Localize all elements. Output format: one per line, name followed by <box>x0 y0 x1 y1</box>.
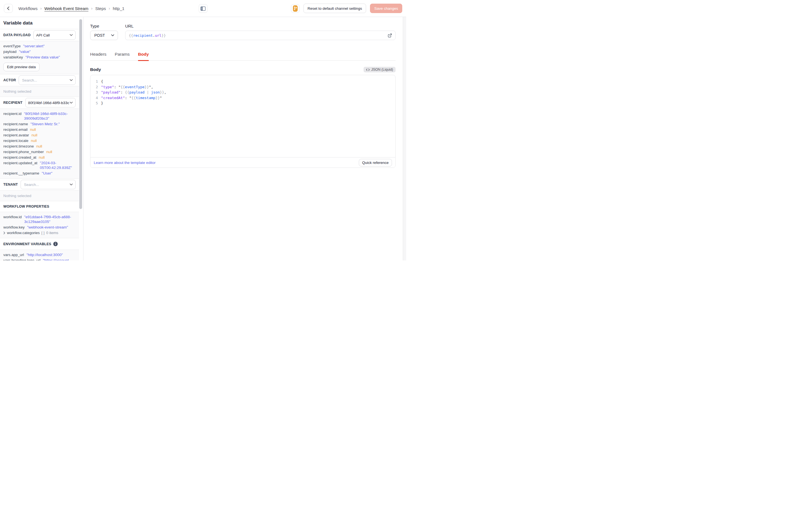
variable-key: variableKey <box>3 55 23 60</box>
code-text: "createdAt": "{{timestamp}}" <box>101 95 162 101</box>
line-number: 1 <box>90 79 101 84</box>
tab-headers[interactable]: Headers <box>90 52 106 61</box>
sidebar-title: Variable data <box>0 17 79 29</box>
variable-row: recipient.timezonenull <box>3 144 76 149</box>
code-text: "payload": {{payload | json}}, <box>101 90 166 95</box>
quick-reference-button[interactable]: Quick reference <box>359 159 392 166</box>
method-selected-value: POST <box>94 33 105 38</box>
variable-row: recipient.id"80f1f4bf-166d-48f9-b33c-390… <box>3 111 76 121</box>
workflow-properties-block: workflow.id"e91ddae4-7f99-45cb-a688-3c12… <box>0 212 79 238</box>
variable-key: workflow.categories <box>7 230 40 235</box>
chevron-down-icon <box>70 34 73 36</box>
variable-row: recipient.__typename"User" <box>3 171 76 176</box>
line-number: 5 <box>90 100 101 106</box>
variable-value: null <box>30 127 36 132</box>
variable-key: recipient.avatar <box>3 133 29 137</box>
variable-row: recipient.updated_at"2024-03-05T00:42:29… <box>3 161 76 170</box>
panel-toggle-button[interactable] <box>199 4 208 13</box>
variable-value: "Steven Metz Sr." <box>31 121 60 126</box>
url-value: {{recipient.url}} <box>129 33 388 38</box>
method-select[interactable]: POST <box>90 30 118 40</box>
code-line[interactable]: 2"type": "{{eventType}}", <box>90 84 395 90</box>
variable-key: recipient.email <box>3 127 27 132</box>
variable-key: workflow.id <box>3 214 22 219</box>
sidebar-scrollbar[interactable] <box>79 19 82 209</box>
variable-row: vars.app_url"http://localhost:3000" <box>3 252 76 257</box>
code-text: "type": "{{eventType}}", <box>101 84 153 90</box>
code-line[interactable]: 4"createdAt": "{{timestamp}}" <box>90 95 395 101</box>
code-icon <box>366 68 370 71</box>
variable-value: "e91ddae4-7f99-45cb-a688-3c129aae3105" <box>24 214 76 224</box>
actor-label: ACTOR <box>3 78 16 82</box>
breadcrumb-item-step-key: http_1 <box>113 6 124 11</box>
breadcrumb-item-workflows[interactable]: Workflows <box>18 6 38 11</box>
external-link-icon <box>388 33 392 38</box>
code-line[interactable]: 1{ <box>90 79 395 84</box>
variable-value: "Preview data value" <box>26 55 60 60</box>
variable-row: eventType "server:alert" <box>3 44 76 48</box>
variable-row: recipient.localenull <box>3 138 76 143</box>
breadcrumb-item-workflow-name[interactable]: Webhook Event Stream <box>45 6 89 11</box>
data-payload-select[interactable]: API Call <box>33 30 76 40</box>
variable-key: recipient.timezone <box>3 144 34 149</box>
recipient-select[interactable]: 80f1f4bf-166d-48f9-b33c <box>25 98 76 108</box>
variable-row: recipient.name"Steven Metz Sr." <box>3 121 76 126</box>
variable-key: vars.branding.logo_url <box>3 258 41 260</box>
save-changes-button[interactable]: Save changes <box>370 4 402 13</box>
actor-search-input[interactable] <box>21 78 70 83</box>
variable-row: payload "value" <box>3 49 76 54</box>
info-icon[interactable] <box>53 242 58 246</box>
variable-row: recipient.avatarnull <box>3 133 76 137</box>
topbar: Workflows › Webhook Event Stream › Steps… <box>0 0 406 17</box>
reset-channel-settings-button[interactable]: Reset to default channel settings <box>304 4 366 13</box>
tenant-search-input[interactable] <box>23 182 70 187</box>
edit-preview-data-button[interactable]: Edit preview data <box>3 63 40 71</box>
body-editor-card: 1{2"type": "{{eventType}}",3"payload": {… <box>90 75 396 168</box>
recipient-variables-block: recipient.id"80f1f4bf-166d-48f9-b33c-390… <box>0 109 79 179</box>
tenant-empty-text: Nothing selected <box>3 194 31 198</box>
preview-data-block: eventType "server:alert" payload "value"… <box>0 41 79 74</box>
variable-row: vars.branding.logo_url"https://account-a… <box>3 258 76 260</box>
array-count: 0 items <box>46 230 58 235</box>
variable-key: vars.app_url <box>3 252 24 257</box>
variable-key: recipient.created_at <box>3 155 37 160</box>
language-badge[interactable]: JSON (Liquid) <box>364 67 396 72</box>
environment-variables-title: ENVIRONMENT VARIABLES <box>3 242 51 246</box>
variable-value: "server:alert" <box>23 44 45 48</box>
variable-key: recipient.__typename <box>3 171 39 176</box>
code-editor[interactable]: 1{2"type": "{{eventType}}",3"payload": {… <box>90 75 395 157</box>
language-badge-label: JSON (Liquid) <box>372 68 393 71</box>
url-label: URL <box>125 24 396 28</box>
code-line[interactable]: 3"payload": {{payload | json}}, <box>90 90 395 95</box>
tenant-search-select[interactable] <box>21 180 76 189</box>
tab-params[interactable]: Params <box>115 52 129 61</box>
editor-footer: Learn more about the template editor Qui… <box>90 157 395 167</box>
variable-value: null <box>46 150 52 154</box>
url-input[interactable]: {{recipient.url}} <box>125 30 396 40</box>
variable-value: "http://localhost:3000" <box>26 252 63 257</box>
open-external-button[interactable] <box>388 33 392 38</box>
breadcrumb: Workflows › Webhook Event Stream › Steps… <box>18 6 124 11</box>
workflow-categories-row[interactable]: workflow.categories [ ] 0 items <box>3 230 76 235</box>
chevron-left-icon <box>7 6 10 10</box>
variable-value: null <box>31 133 37 137</box>
variable-row: recipient.emailnull <box>3 127 76 132</box>
variable-key: payload <box>3 49 17 54</box>
request-tabs: Headers Params Body <box>90 52 396 61</box>
breadcrumb-item-steps[interactable]: Steps <box>95 6 106 11</box>
template-editor-docs-link[interactable]: Learn more about the template editor <box>94 161 156 165</box>
code-line[interactable]: 5} <box>90 100 395 106</box>
tab-body[interactable]: Body <box>138 52 149 61</box>
variable-value: "https://account-assets.knock.app/42d161… <box>43 258 76 260</box>
breadcrumb-separator: › <box>109 6 110 10</box>
variable-row: workflow.id"e91ddae4-7f99-45cb-a688-3c12… <box>3 214 76 224</box>
actor-search-select[interactable] <box>19 75 76 85</box>
request-config-row: Type POST URL {{recipient.url}} <box>90 24 396 40</box>
variable-key: recipient.name <box>3 121 28 126</box>
commit-button[interactable] <box>291 4 300 13</box>
type-field: Type POST <box>90 24 118 40</box>
variable-row: variableKey "Preview data value" <box>3 55 76 60</box>
main-panel: Type POST URL {{recipient.url}} <box>83 17 406 260</box>
back-button[interactable] <box>4 4 13 13</box>
recipient-selected-value: 80f1f4bf-166d-48f9-b33c <box>28 101 70 105</box>
